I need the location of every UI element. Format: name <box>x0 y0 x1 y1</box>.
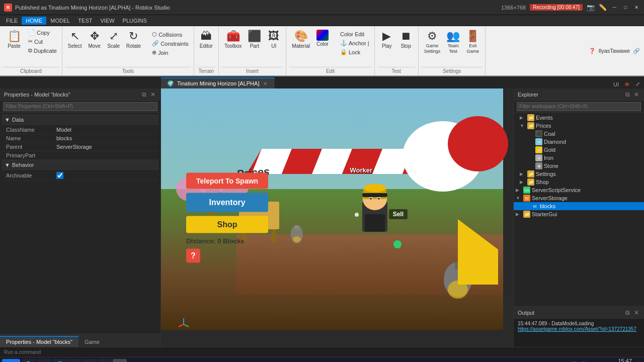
taskbar-firefox[interactable]: 🦊 <box>83 359 97 363</box>
prop-name-value[interactable]: blocks <box>56 135 154 141</box>
worker-label: Worker <box>350 166 372 174</box>
ui-toggle[interactable]: UI <box>611 80 621 88</box>
tree-item-coal[interactable]: ⬛ Coal <box>514 130 644 138</box>
question-button[interactable]: ? <box>186 249 200 263</box>
game-settings-button[interactable]: ⚙ GameSettings <box>422 28 443 56</box>
menu-view[interactable]: VIEW <box>96 17 118 25</box>
editor-button[interactable]: 🏔 Editor <box>197 28 215 51</box>
menu-test[interactable]: TEST <box>74 17 96 25</box>
rotate-button[interactable]: ↻ Rotate <box>124 28 143 51</box>
material-button[interactable]: 🎨 Material <box>289 28 312 51</box>
tree-item-serverstorage[interactable]: ▼ St ServerStorage <box>514 194 644 202</box>
output-close-button[interactable]: ✕ <box>633 309 640 316</box>
lock-button[interactable]: 🔒 Lock <box>338 48 371 56</box>
settings-arrow: ▶ <box>520 171 526 176</box>
bottom-tabs: Properties - Model "blocks" Game <box>0 334 160 347</box>
properties-close-button[interactable]: ✕ <box>149 91 156 98</box>
command-input[interactable] <box>4 349 105 355</box>
prop-classname: ClassName Model <box>2 126 158 134</box>
taskbar-taskview[interactable]: ▦ <box>37 359 51 363</box>
paste-button[interactable]: 📋 Paste <box>3 28 25 51</box>
tree-item-settings[interactable]: ▶ 📁 Settings <box>514 170 644 178</box>
bottom-tab-game[interactable]: Game <box>78 336 106 347</box>
menu-model[interactable]: MODEL <box>46 17 74 25</box>
explorer-close-button[interactable]: ✕ <box>633 91 640 98</box>
play-button[interactable]: ▶ Play <box>378 28 396 51</box>
menu-file[interactable]: FILE <box>2 17 22 25</box>
prop-classname-key: ClassName <box>6 127 56 133</box>
tree-item-iron[interactable]: ◆ Iron <box>514 154 644 162</box>
prop-archivable-checkbox[interactable] <box>56 172 63 179</box>
color-edit-button[interactable]: Color Edit <box>338 30 371 38</box>
inventory-button[interactable]: Inventory <box>186 193 268 212</box>
anchor-button[interactable]: ⚓ Anchor | <box>338 39 371 47</box>
scale-button[interactable]: ⤢ Scale <box>105 28 123 51</box>
prices-label: Prices <box>536 123 551 129</box>
tab-bar: 🌍 Tinatium Mining Horizon [ALPHA] ✕ UI 👁… <box>0 76 644 88</box>
output-link[interactable]: https://assetgame.roblox.com/Asset/?id=1… <box>518 326 636 332</box>
svg-line-38 <box>179 324 184 327</box>
tree-item-shop[interactable]: ▶ 📁 Shop <box>514 178 644 186</box>
output-dock-button[interactable]: ⧉ <box>624 309 631 316</box>
taskbar-edge[interactable]: 🌐 <box>52 359 66 363</box>
properties-filter-input[interactable] <box>3 102 157 111</box>
ui-button[interactable]: 🖼 UI <box>265 28 283 51</box>
bottom-tab-properties[interactable]: Properties - Model "blocks" <box>0 336 78 347</box>
minimize-button[interactable]: ─ <box>611 4 618 11</box>
tree-item-events[interactable]: ▶ 📁 Events <box>514 114 644 122</box>
taskbar-time[interactable]: 15:47 16/12/2018 <box>604 357 632 362</box>
prop-group-behavior[interactable]: ▼ Behavior <box>2 160 158 170</box>
prop-group-data[interactable]: ▼ Data <box>2 115 158 125</box>
taskbar-explorer[interactable]: 📁 <box>67 359 82 363</box>
share-icon[interactable]: 🔗 <box>633 48 640 54</box>
copy-button[interactable]: 📄 Copy <box>26 28 59 37</box>
part-button[interactable]: ⬛ Part <box>245 28 264 51</box>
join-label: Join <box>158 50 168 56</box>
teleport-to-spawn-button[interactable]: Teleport To Spawn <box>186 173 268 189</box>
help-icon[interactable]: ❓ <box>589 48 596 54</box>
start-button[interactable]: ⊞ <box>2 359 20 363</box>
maximize-button[interactable]: □ <box>622 4 629 11</box>
stop-button[interactable]: ⏹ Stop <box>397 28 415 51</box>
close-button[interactable]: ✕ <box>633 4 640 11</box>
collisions-label: Collisions <box>158 32 182 38</box>
tree-item-serverscriptservice[interactable]: ▶ SS ServerScriptService <box>514 186 644 194</box>
explorer-dock-button[interactable]: ⧉ <box>624 91 631 98</box>
shop-button[interactable]: Shop <box>186 216 268 233</box>
taskbar-roblox[interactable]: ◆ <box>113 359 127 363</box>
properties-dock-button[interactable]: ⧉ <box>141 91 147 98</box>
color-button[interactable]: Color <box>313 28 332 49</box>
duplicate-button[interactable]: ⧉ Duplicate <box>26 46 59 55</box>
exit-game-button[interactable]: 🚪 ExitGame <box>463 28 482 56</box>
svg-point-21 <box>293 236 301 242</box>
menu-plugins[interactable]: PLUGINS <box>119 17 151 25</box>
tab-close-button[interactable]: ✕ <box>262 81 268 86</box>
join-button[interactable]: ⊕ Join <box>150 48 191 57</box>
viewport[interactable]: Worker Sell Prices Teleport To Spawn Inv… <box>161 88 513 347</box>
taskbar-search[interactable]: 🔍 <box>22 359 36 363</box>
menu-home[interactable]: HOME <box>22 17 46 25</box>
toolbox-button[interactable]: 🧰 Toolbox <box>222 28 244 51</box>
move-button[interactable]: ✥ Move <box>86 28 104 51</box>
anchor-label: Anchor | <box>349 40 369 46</box>
constraints-button[interactable]: 🔗 Constraints <box>150 39 191 48</box>
taskbar-mail[interactable]: ✉ <box>98 359 112 363</box>
viewport-tab[interactable]: 🌍 Tinatium Mining Horizon [ALPHA] ✕ <box>161 77 275 88</box>
ribbon-settings: ⚙ GameSettings 👥 TeamTest 🚪 ExitGame Set… <box>419 26 486 75</box>
explorer-filter-input[interactable] <box>517 102 641 111</box>
tree-item-prices[interactable]: ▼ 📁 Prices <box>514 122 644 130</box>
eye-icon[interactable]: 👁 <box>622 80 632 88</box>
team-test-button[interactable]: 👥 TeamTest <box>444 28 462 56</box>
tree-item-diamond[interactable]: ◆ Diamond <box>514 138 644 146</box>
tree-item-stone[interactable]: ◆ Stone <box>514 162 644 170</box>
expand-icon[interactable]: ⤢ <box>633 80 642 88</box>
cut-button[interactable]: ✂ Cut <box>26 37 59 46</box>
tree-item-gold[interactable]: ◆ Gold <box>514 146 644 154</box>
tree-item-startergui[interactable]: ▶ 📁 StarterGui <box>514 210 644 218</box>
collisions-button[interactable]: ⬡ Collisions <box>150 30 191 39</box>
tree-item-blocks[interactable]: M blocks <box>514 202 644 210</box>
recording-badge: Recording [00:08:47] <box>530 4 583 11</box>
output-panel: Output ⧉ ✕ 15:44:47.089 - DataModelLoadi… <box>514 307 644 347</box>
explorer-tree: ▶ 📁 Events ▼ 📁 Prices ⬛ Coal ◆ <box>514 113 644 306</box>
select-button[interactable]: ↖ Select <box>65 28 85 51</box>
